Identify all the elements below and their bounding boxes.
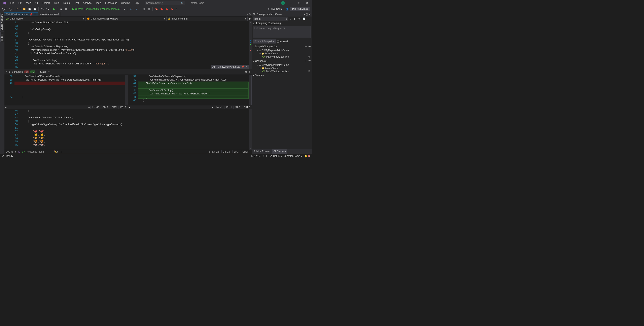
stage-all-icon[interactable]: ＋ (305, 59, 307, 63)
bookmark-prev[interactable]: 🔖 (159, 7, 164, 11)
diff-right-scrollbar[interactable] (248, 75, 252, 105)
diff-settings-icon[interactable]: ⚙ (245, 70, 247, 73)
pending-changes[interactable]: ✏ 1 (263, 155, 267, 157)
vertical-scrollbar[interactable]: ▾ (249, 109, 252, 150)
vs-logo-icon[interactable] (2, 1, 7, 6)
changes-header[interactable]: ▿Changes (1) ＋⋯ (252, 58, 312, 63)
diff-prev-button[interactable]: ↑ (6, 70, 7, 73)
nav-fwd-button[interactable]: ◯ (8, 7, 12, 11)
nav-member[interactable]: 🔒 matchesFound ▾ (166, 17, 248, 21)
unstage-all-icon[interactable]: — (305, 45, 307, 48)
menu-build[interactable]: Build (52, 1, 62, 5)
live-share-button[interactable]: ⇪Live Share (267, 8, 282, 11)
git-panel-close-icon[interactable]: ✕ (309, 13, 311, 16)
menu-help[interactable]: Help (132, 1, 141, 5)
tab-dropdown-icon[interactable]: ▾ (246, 13, 248, 16)
git-panel-pin-icon[interactable]: ▢ (306, 13, 308, 16)
file-tab[interactable]: MainWindow.xaml (38, 12, 61, 16)
save-button[interactable]: 💾 (27, 7, 32, 11)
code-editor[interactable]: "var">timer.Tick += "fn">Timer_Tick; "fn… (22, 21, 249, 69)
repo-status[interactable]: ◈ MatchGame ▴ (284, 155, 302, 157)
menu-debug[interactable]: Debug (61, 1, 72, 5)
staged-more-icon[interactable]: ⋯ (308, 45, 311, 48)
git-changes-tab[interactable]: Git Changes (272, 149, 288, 154)
changes-more-icon[interactable]: ⋯ (308, 59, 311, 63)
indent-mode[interactable]: SPC (232, 150, 240, 153)
menu-extensions[interactable]: Extensions (103, 1, 119, 5)
project-node[interactable]: ▿📁MatchGame (253, 52, 312, 55)
code-editor[interactable]: } "kw">private "kw">void "fn">SetUpGame(… (22, 109, 249, 150)
save-all-button[interactable]: 💾 (32, 7, 37, 11)
diff-close-icon[interactable]: ✕ (246, 65, 248, 68)
bookmark-next[interactable]: 🔖 (164, 7, 169, 11)
diff-pin-icon[interactable]: 📌 (241, 65, 244, 68)
nav-split-button[interactable]: ✚ (248, 17, 252, 21)
user-avatar[interactable]: TG (281, 1, 285, 5)
bookmark-clear[interactable]: 🔖 (170, 7, 174, 11)
branch-dropdown[interactable]: HotFix ▾ (252, 17, 288, 21)
bookmark-button[interactable]: 🔖 (154, 7, 159, 11)
stashes-header[interactable]: ▸Stashes (252, 73, 312, 78)
menu-window[interactable]: Window (119, 1, 132, 5)
redo-button[interactable]: ↷▾ (45, 7, 50, 11)
git-more-button[interactable]: ⋯ (307, 17, 311, 21)
staged-changes-header[interactable]: ▿Staged Changes (1) —⋯ (252, 44, 312, 49)
git-panel-dropdown-icon[interactable]: ▾ (304, 13, 305, 16)
changed-file[interactable]: C#MainWindow.xaml.csM (253, 70, 312, 73)
diff-dropdown-icon[interactable]: ▾ (249, 70, 250, 73)
diff-left-pane[interactable]: 38394041 "var">tenthsOfSecondsElapsed++;… (4, 75, 128, 105)
output-icon[interactable]: 🗨 (2, 155, 4, 157)
close-tab-icon[interactable]: ✕ (34, 13, 36, 16)
toolbar-overflow[interactable]: ▾ (175, 7, 178, 11)
server-explorer-tab[interactable]: Server Explorer (0, 13, 4, 31)
menu-project[interactable]: Project (40, 1, 52, 5)
undo-button[interactable]: ↶▾ (40, 7, 45, 11)
menu-tools[interactable]: Tools (94, 1, 103, 5)
changed-file[interactable]: C#MainWindow.xaml.csM (253, 55, 312, 58)
diff-undo-button[interactable]: ↶ (48, 70, 50, 73)
menu-view[interactable]: View (24, 1, 34, 5)
step-into-button[interactable]: ⬇ (128, 7, 133, 11)
tab-settings-icon[interactable]: ⚙ (248, 13, 251, 16)
file-tab-active[interactable]: MainWindow.xaml.cs 📌 ✕ (4, 12, 38, 16)
debug-props-button[interactable]: ▦ (64, 7, 68, 11)
sync-button[interactable]: 🔄 (302, 17, 306, 21)
close-button[interactable]: ✕ (303, 0, 311, 6)
zoom-menu-icon[interactable]: ▾ (15, 150, 16, 153)
menu-git[interactable]: Git (34, 1, 40, 5)
push-button[interactable]: ⬆ (297, 17, 301, 21)
outgoing-incoming-link[interactable]: ↑↓ 1 outgoing / 1 incoming (252, 21, 312, 25)
run-dropdown[interactable]: ▿ (123, 7, 126, 11)
debug-target-button[interactable]: ▣ (58, 7, 63, 11)
minimize-button[interactable]: ─ (287, 0, 295, 6)
diff-next-button[interactable]: ↓ (9, 70, 10, 73)
project-node[interactable]: ▿📁MatchGame (253, 67, 312, 70)
step-over-button[interactable]: ⤵ (134, 7, 138, 11)
nav-back-button[interactable]: ◯▾ (1, 7, 7, 11)
line-ending[interactable]: CRLF (241, 150, 250, 153)
feedback-button[interactable]: 👤 (285, 7, 290, 11)
maximize-button[interactable]: ▢ (295, 0, 303, 6)
pin-icon[interactable]: 📌 (30, 13, 33, 16)
search-input[interactable]: Search (Ctrl+Q) 🔍 (144, 1, 185, 5)
commit-staged-button[interactable]: Commit Staged▾ (253, 40, 276, 44)
diff-stage-button[interactable]: ＋Stage (37, 70, 46, 74)
tool-btn-2[interactable]: ▥ (146, 7, 151, 11)
tool-btn-1[interactable]: ▤ (141, 7, 146, 11)
solution-explorer-tab[interactable]: Solution Explorer (252, 149, 272, 154)
nav-project[interactable]: C# MatchGame ▾ (4, 17, 86, 21)
run-current-doc[interactable]: ▶ Current Document (MainWindow.xaml.cs) … (71, 7, 123, 11)
pull-button[interactable]: ⬇ (293, 17, 296, 21)
diff-left-scrollbar[interactable] (125, 75, 128, 105)
notifications[interactable]: 🔔1 (304, 155, 310, 157)
start-button[interactable]: ▶ (52, 7, 56, 11)
toolbox-tab[interactable]: Toolbox (0, 32, 4, 42)
diff-right-pane[interactable]: 3940414243444546 "var">tenthsOfSecondsEl… (128, 75, 252, 105)
zoom-level[interactable]: 100 % (6, 150, 13, 153)
vertical-scrollbar[interactable]: ▴ (249, 21, 252, 69)
repo-node[interactable]: ▿🖴C:\MyRepos\MatchGame (253, 63, 312, 67)
menu-file[interactable]: File (8, 1, 16, 5)
nav-class[interactable]: 🔶 MatchGame.MainWindow ▾ (86, 17, 166, 21)
branch-status[interactable]: ⎇ HotFix ▴ (270, 155, 282, 157)
menu-analyze[interactable]: Analyze (81, 1, 94, 5)
